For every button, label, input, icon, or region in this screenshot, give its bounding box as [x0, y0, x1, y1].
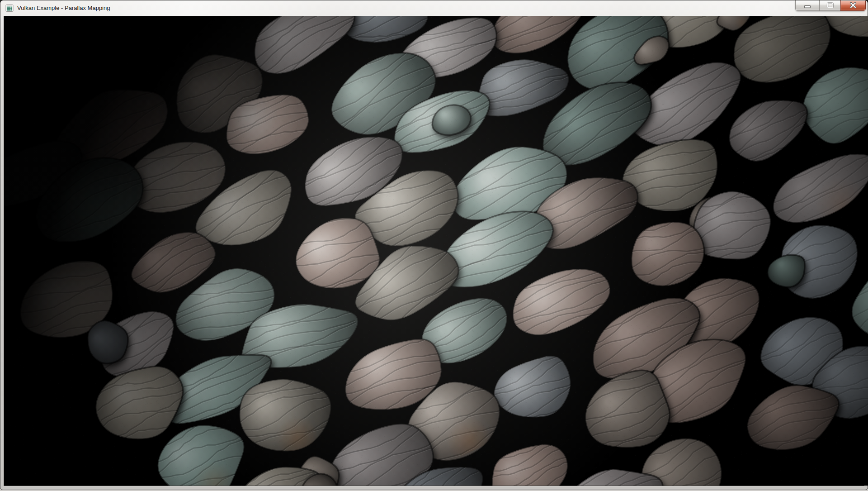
- titlebar-glass-sheen: [0, 0, 868, 16]
- render-view-left[interactable]: [4, 16, 868, 486]
- app-icon[interactable]: [5, 4, 14, 12]
- maximize-button[interactable]: [820, 0, 840, 11]
- render-area: [4, 16, 864, 486]
- title-bar[interactable]: Vulkan Example - Parallax Mapping: [0, 0, 868, 16]
- close-icon: [847, 2, 859, 9]
- minimize-icon: [802, 2, 813, 9]
- window-controls: [795, 0, 866, 11]
- maximize-icon: [824, 2, 836, 9]
- window-title: Vulkan Example - Parallax Mapping: [17, 0, 110, 16]
- app-window: Vulkan Example - Parallax Mapping: [0, 0, 868, 490]
- close-button[interactable]: [840, 0, 866, 11]
- minimize-button[interactable]: [795, 0, 820, 11]
